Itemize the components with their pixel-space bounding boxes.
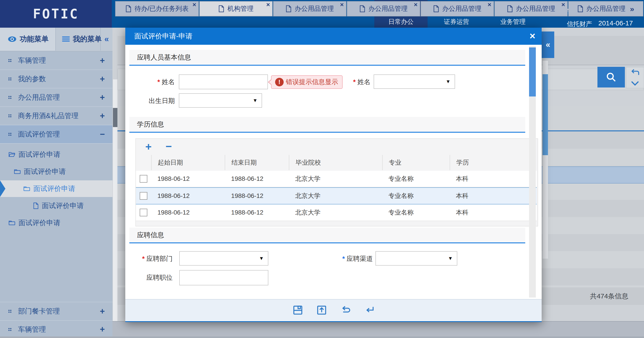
- bottom-tab-task-list[interactable]: 待办/已办任务列表 ×: [115, 1, 199, 16]
- menu-label: 车辆管理: [18, 325, 46, 334]
- submit-button[interactable]: [316, 304, 327, 316]
- checkbox[interactable]: [140, 192, 147, 200]
- sidebar-collapse-button[interactable]: «: [101, 28, 112, 50]
- sidebar-item-my-params[interactable]: 我的参数 +: [0, 70, 112, 88]
- app-screen: FOTIC 日常办公 $ 证券运营: [0, 0, 644, 338]
- apply-channel-select[interactable]: ▼: [376, 251, 457, 266]
- close-icon[interactable]: ×: [530, 31, 535, 41]
- name2-select[interactable]: ▼: [374, 74, 455, 89]
- reset-button[interactable]: [340, 304, 351, 316]
- remove-row-button[interactable]: −: [166, 141, 172, 152]
- cell-major: 专业名称: [382, 192, 450, 200]
- apply-position-input[interactable]: [179, 270, 268, 286]
- section-basic-info: 应聘人员基本信息: [129, 50, 525, 66]
- dialog-title-bar[interactable]: 面试评价申请-申请 ×: [125, 28, 542, 45]
- menu-label: 商务用酒&礼品管理: [18, 111, 78, 120]
- cell-start-date: 1988-06-12: [151, 209, 225, 216]
- sidebar-item-meal-card[interactable]: 部门餐卡管理 +: [0, 302, 112, 321]
- close-icon[interactable]: ×: [266, 2, 270, 8]
- name1-input[interactable]: [179, 74, 268, 89]
- apply-dept-select[interactable]: ▼: [179, 251, 268, 266]
- document-icon: [218, 5, 224, 12]
- dropdown-caret-icon: ▼: [259, 256, 264, 261]
- expand-icon[interactable]: +: [100, 93, 105, 102]
- tree-item-interview-apply-2[interactable]: 面试评价申请: [0, 163, 112, 180]
- bottom-tab-office-supplies-5[interactable]: 办公用品管理 »: [568, 1, 643, 16]
- checkbox[interactable]: [140, 175, 147, 182]
- expand-icon[interactable]: +: [100, 111, 105, 121]
- column-header: 结束日期: [225, 155, 289, 170]
- column-header: 专业: [382, 155, 450, 170]
- bottom-tab-office-supplies-3[interactable]: 办公用品管理 ×: [421, 1, 494, 16]
- sidebar-item-wine-gifts[interactable]: 商务用酒&礼品管理 +: [0, 107, 112, 125]
- reset-icon[interactable]: [630, 69, 640, 77]
- tab-label: 办公用品管理: [295, 4, 334, 13]
- sidebar-item-interview-eval[interactable]: 面试评价管理 −: [0, 125, 112, 144]
- column-header: 起始日期: [151, 155, 225, 170]
- tab-function-menu[interactable]: 功能菜单: [0, 28, 56, 50]
- interview-apply-dialog: 面试评价申请-申请 × 应聘人员基本信息 *姓名 ! 错误提示信息显示 *姓名 …: [125, 28, 542, 322]
- apply-dept-label: *应聘部门: [136, 254, 172, 263]
- row-select: [136, 192, 151, 200]
- bottom-tab-office-supplies-1[interactable]: 办公用品管理 ×: [273, 1, 346, 16]
- tab-overflow-icon[interactable]: »: [630, 4, 634, 13]
- error-text: 错误提示信息显示: [286, 78, 338, 86]
- close-icon[interactable]: ×: [562, 2, 565, 8]
- expand-icon[interactable]: +: [100, 306, 105, 316]
- checkbox[interactable]: [140, 209, 147, 216]
- tree-label: 面试评价申请: [42, 201, 84, 210]
- tree-item-interview-apply-4[interactable]: 面试评价申请: [0, 198, 112, 214]
- close-icon[interactable]: ×: [414, 2, 418, 8]
- tab-my-menu[interactable]: 我的菜单: [56, 28, 101, 50]
- save-button[interactable]: [292, 304, 304, 316]
- apply-channel-label: *应聘渠道: [334, 254, 373, 263]
- bottom-tab-office-supplies-2[interactable]: 办公用品管理 ×: [347, 1, 420, 16]
- dots-icon: [8, 132, 12, 137]
- topnav-label: 证券运营: [444, 18, 469, 26]
- sidebar-item-vehicle-2[interactable]: 车辆管理 +: [0, 321, 112, 338]
- collapse-minus-icon[interactable]: −: [100, 130, 105, 139]
- tab-label: 待办/已办任务列表: [134, 4, 188, 13]
- selected-wedge-icon: [0, 180, 6, 197]
- dots-icon: [8, 113, 12, 118]
- tree-item-interview-apply-1[interactable]: 面试评价申请: [0, 146, 112, 163]
- dialog-scrollbar-thumb[interactable]: [529, 48, 536, 96]
- bottom-tab-office-supplies-4[interactable]: 办公用品管理 ×: [494, 1, 568, 16]
- table-row[interactable]: 1988-06-12 1988-06-12 北京大学 专业名称 本科: [136, 204, 537, 221]
- bottom-strip: [0, 336, 644, 338]
- tree-label: 面试评价申请: [18, 150, 60, 159]
- background-collapse-button[interactable]: «: [542, 32, 554, 58]
- search-icon: [605, 71, 618, 84]
- folder-icon: [14, 169, 21, 174]
- expand-icon[interactable]: +: [100, 74, 105, 84]
- tree-item-interview-apply-5[interactable]: 面试评价申请: [0, 214, 112, 231]
- search-button[interactable]: [598, 67, 625, 88]
- document-icon: [360, 5, 365, 12]
- sidebar-scrollbar-thumb[interactable]: [113, 108, 118, 127]
- add-row-button[interactable]: +: [145, 142, 152, 152]
- close-icon[interactable]: ×: [340, 2, 344, 8]
- background-scrollbar-thumb[interactable]: [542, 74, 548, 155]
- required-asterisk: *: [142, 255, 145, 262]
- close-icon[interactable]: ×: [192, 2, 196, 8]
- return-button[interactable]: [364, 304, 375, 316]
- expand-icon[interactable]: +: [100, 324, 105, 334]
- folder-icon: [8, 220, 15, 226]
- table-row[interactable]: 1988-06-12 1988-06-12 北京大学 专业名称 本科: [136, 171, 537, 187]
- sidebar-item-vehicle[interactable]: 车辆管理 +: [0, 52, 112, 70]
- sidebar-item-office-supplies[interactable]: 办公用品管理 +: [0, 88, 112, 107]
- tree-item-interview-apply-3[interactable]: 面试评价申请: [0, 180, 112, 197]
- search-side-buttons: [626, 67, 644, 88]
- dots-icon: [8, 58, 12, 63]
- table-row-selected[interactable]: 1988-06-12 1988-06-12 北京大学 专业名称 本科: [136, 187, 537, 204]
- chevron-down-icon[interactable]: [630, 81, 640, 86]
- expand-icon[interactable]: +: [100, 56, 105, 66]
- tab-label: 我的菜单: [73, 34, 102, 44]
- folder-open-icon: [8, 152, 15, 158]
- bottom-tab-org-mgmt[interactable]: 机构管理 ×: [199, 1, 273, 16]
- hamburger-icon: [62, 36, 70, 42]
- name2-label: *姓名: [339, 78, 370, 86]
- tab-label: 机构管理: [228, 4, 254, 13]
- close-icon[interactable]: ×: [488, 2, 491, 8]
- birth-date-select[interactable]: ▼: [179, 93, 262, 108]
